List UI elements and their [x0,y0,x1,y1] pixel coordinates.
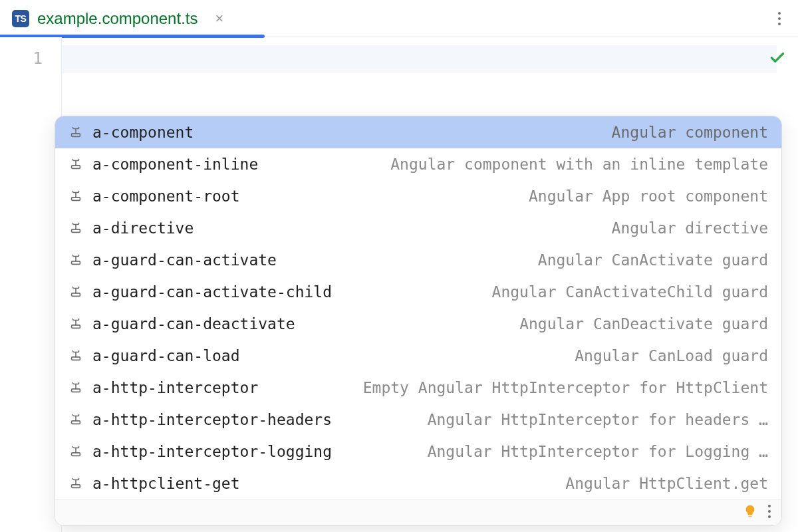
completion-description: Angular App root component [529,188,768,205]
inspection-ok-icon[interactable] [769,49,786,66]
completion-item[interactable]: a-httpclient-get Angular HttpClient.get [55,467,781,499]
completion-description: Angular directive [612,219,768,237]
completion-label: a-http-interceptor [92,379,258,396]
completion-item[interactable]: a-component-inline Angular component wit… [55,148,781,180]
completion-label: a-directive [92,219,194,237]
live-template-icon [68,380,83,395]
live-template-icon [68,125,83,140]
completion-item[interactable]: a-component-root Angular App root compon… [55,180,781,212]
completion-item[interactable]: a-guard-can-activate Angular CanActivate… [55,244,781,276]
lightbulb-icon[interactable] [743,504,757,519]
live-template-icon [68,412,83,427]
completion-description: Angular component [612,124,768,141]
completion-description: Angular CanActivate guard [538,251,768,269]
completion-description: Empty Angular HttpInterceptor for HttpCl… [363,379,768,396]
live-template-icon [68,348,83,363]
completion-item[interactable]: a-http-interceptor-logging Angular HttpI… [55,436,781,467]
live-template-icon [68,221,83,235]
completion-item[interactable]: a-guard-can-load Angular CanLoad guard [55,340,781,372]
live-template-icon [68,253,83,267]
popup-menu-icon[interactable] [768,505,771,518]
editor-surface[interactable]: 1 a-component Angular component a-compon… [0,37,798,532]
completion-item[interactable]: a-guard-can-activate-child Angular CanAc… [55,276,781,308]
completion-label: a-component-root [92,188,240,205]
line-number: 1 [0,49,43,68]
live-template-icon [68,189,83,203]
live-template-icon [68,157,83,172]
autocomplete-popup: a-component Angular component a-componen… [55,116,782,526]
tab-bar-menu-icon[interactable] [761,12,798,25]
completion-item[interactable]: a-directive Angular directive [55,212,781,244]
editor-tab[interactable]: TS example.component.ts × [0,0,237,37]
completion-description: Angular CanLoad guard [575,347,768,364]
completion-description: Angular CanActivateChild guard [492,283,768,301]
completion-item[interactable]: a-component Angular component [55,116,781,148]
completion-label: a-guard-can-deactivate [92,315,295,332]
live-template-icon [68,476,83,491]
live-template-icon [68,285,83,299]
tab-bar: TS example.component.ts × [0,0,798,37]
completion-label: a-guard-can-activate-child [92,283,332,301]
completion-item[interactable]: a-http-interceptor Empty Angular HttpInt… [55,372,781,404]
completion-item[interactable]: a-guard-can-deactivate Angular CanDeacti… [55,308,781,340]
live-template-icon [68,444,83,459]
close-tab-icon[interactable]: × [205,10,233,27]
gutter: 1 [0,37,61,532]
completion-description: Angular CanDeactivate guard [519,315,768,332]
completion-label: a-http-interceptor-logging [92,443,332,460]
tab-file-name: example.component.ts [37,9,198,28]
completion-label: a-component-inline [92,156,258,173]
popup-footer [55,499,781,525]
completion-description: Angular HttpInterceptor for headers … [428,411,768,428]
typescript-file-icon: TS [12,10,29,27]
completion-label: a-httpclient-get [92,475,240,492]
completion-label: a-guard-can-load [92,347,240,364]
completion-description: Angular HttpInterceptor for Logging … [428,443,768,460]
completion-description: Angular component with an inline templat… [390,156,768,173]
completion-label: a-http-interceptor-headers [92,411,332,428]
completion-description: Angular HttpClient.get [565,475,768,492]
completion-item[interactable]: a-http-interceptor-headers Angular HttpI… [55,404,781,436]
completion-label: a-component [92,124,194,141]
completion-label: a-guard-can-activate [92,251,277,269]
live-template-icon [68,317,83,331]
